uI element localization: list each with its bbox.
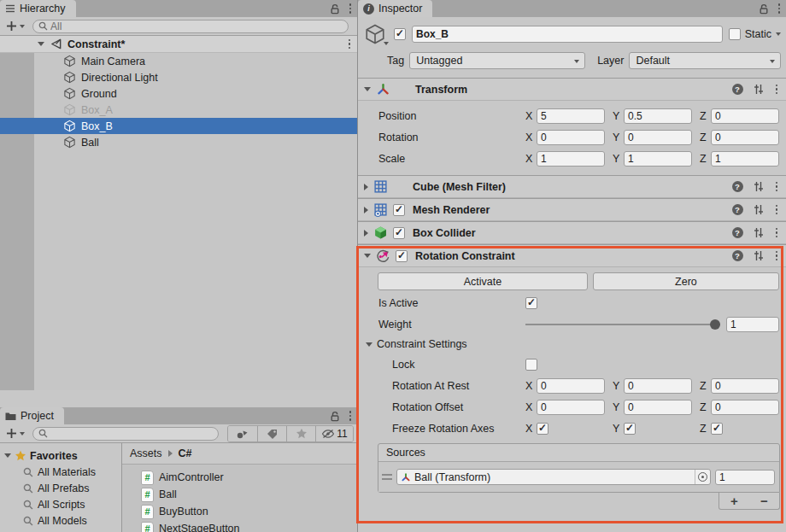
favorites-item-all-scripts[interactable]: All Scripts	[0, 496, 121, 512]
rotation-x-input[interactable]	[537, 130, 605, 145]
scene-header[interactable]: Constraint*	[0, 36, 357, 53]
scale-x-input[interactable]	[537, 151, 605, 167]
foldout-arrow-icon[interactable]	[38, 42, 44, 46]
lock-icon[interactable]	[330, 3, 340, 15]
favorites-item-all-prefabs[interactable]: All Prefabs	[0, 480, 121, 496]
hierarchy-item-ball[interactable]: Ball	[0, 134, 357, 150]
kebab-menu-icon[interactable]	[774, 226, 780, 240]
help-icon[interactable]	[732, 181, 743, 192]
mesh-renderer-enabled-checkbox[interactable]	[393, 204, 405, 216]
search-by-type-button[interactable]	[228, 426, 257, 441]
add-object-button[interactable]	[3, 20, 27, 32]
foldout-arrow-icon[interactable]	[364, 87, 371, 91]
hierarchy-search-input[interactable]	[50, 20, 343, 32]
file-item-nextstagebutton[interactable]: NextStageButton	[122, 520, 357, 532]
position-y-input[interactable]	[624, 108, 692, 124]
offset-y-input[interactable]	[624, 400, 692, 415]
lock-checkbox[interactable]	[525, 359, 537, 371]
constraint-settings-foldout[interactable]: Constraint Settings	[358, 335, 786, 354]
box-collider-header[interactable]: Box Collider	[358, 222, 786, 244]
foldout-arrow-icon[interactable]	[364, 184, 368, 190]
breadcrumb-root[interactable]: Assets	[130, 447, 162, 459]
foldout-arrow-icon[interactable]	[364, 230, 368, 237]
hierarchy-item-box-a[interactable]: Box_A	[0, 102, 357, 118]
source-weight-input[interactable]	[715, 470, 775, 485]
kebab-menu-icon[interactable]	[348, 2, 354, 15]
project-search[interactable]	[32, 427, 219, 441]
hierarchy-item-ground[interactable]: Ground	[0, 85, 357, 102]
tab-project[interactable]: Project	[0, 407, 64, 424]
project-search-input[interactable]	[50, 428, 213, 440]
position-z-input[interactable]	[711, 108, 779, 124]
rotation-constraint-enabled-checkbox[interactable]	[396, 250, 408, 262]
offset-z-input[interactable]	[711, 400, 779, 415]
scene-kebab-icon[interactable]	[347, 38, 353, 51]
hierarchy-item-box-b[interactable]: Box_B	[0, 118, 357, 134]
presets-icon[interactable]	[753, 227, 765, 238]
tab-inspector[interactable]: Inspector	[358, 0, 432, 17]
remove-source-button[interactable]: −	[755, 494, 773, 509]
weight-slider[interactable]	[525, 317, 720, 332]
help-icon[interactable]	[732, 204, 743, 215]
add-asset-button[interactable]	[3, 428, 27, 439]
slider-handle[interactable]	[710, 319, 720, 330]
foldout-arrow-icon[interactable]	[366, 342, 372, 347]
rotation-constraint-header[interactable]: Rotation Constraint	[358, 245, 786, 267]
gameobject-active-checkbox[interactable]	[394, 28, 406, 40]
kebab-menu-icon[interactable]	[774, 249, 780, 263]
foldout-arrow-icon[interactable]	[4, 453, 11, 458]
favorites-header[interactable]: Favorites	[0, 447, 121, 464]
is-active-checkbox[interactable]	[525, 297, 537, 309]
tag-dropdown[interactable]: Untagged	[409, 52, 585, 69]
file-item-ball[interactable]: Ball	[122, 486, 357, 503]
kebab-menu-icon[interactable]	[774, 180, 780, 194]
kebab-menu-icon[interactable]	[348, 409, 354, 423]
file-item-buybutton[interactable]: BuyButton	[122, 503, 357, 520]
rotation-z-input[interactable]	[711, 130, 779, 145]
gameobject-name-input[interactable]	[412, 26, 723, 43]
position-x-input[interactable]	[537, 108, 605, 124]
box-collider-enabled-checkbox[interactable]	[393, 227, 405, 239]
drag-handle-icon[interactable]	[382, 474, 392, 480]
favorites-item-all-materials[interactable]: All Materials	[0, 464, 121, 480]
hidden-count-button[interactable]: 11	[315, 426, 353, 441]
rest-y-input[interactable]	[624, 378, 692, 394]
rotation-y-input[interactable]	[624, 130, 692, 145]
hierarchy-search[interactable]	[32, 20, 349, 33]
object-picker-button[interactable]	[695, 470, 710, 484]
layer-dropdown[interactable]: Default	[629, 52, 781, 69]
breadcrumb-current[interactable]: C#	[179, 447, 192, 459]
help-icon[interactable]	[732, 227, 743, 238]
lock-icon[interactable]	[759, 3, 769, 15]
kebab-menu-icon[interactable]	[774, 203, 780, 217]
add-source-button[interactable]: +	[725, 494, 743, 509]
freeze-y-checkbox[interactable]	[624, 423, 636, 435]
help-icon[interactable]	[732, 84, 743, 95]
freeze-x-checkbox[interactable]	[537, 423, 548, 435]
favorites-filter-button[interactable]	[286, 426, 315, 441]
source-object-field[interactable]: Ball (Transform)	[396, 469, 711, 485]
mesh-renderer-header[interactable]: Mesh Renderer	[358, 199, 786, 221]
activate-button[interactable]: Activate	[378, 272, 588, 290]
scale-z-input[interactable]	[711, 151, 779, 167]
search-by-label-button[interactable]	[257, 426, 286, 441]
scale-y-input[interactable]	[624, 151, 692, 167]
hierarchy-item-main-camera[interactable]: Main Camera	[0, 53, 357, 69]
mesh-filter-header[interactable]: Cube (Mesh Filter)	[358, 176, 786, 198]
file-item-aimcontroller[interactable]: AimController	[122, 469, 357, 486]
foldout-arrow-icon[interactable]	[364, 254, 371, 258]
presets-icon[interactable]	[753, 204, 765, 215]
rest-x-input[interactable]	[537, 378, 605, 394]
kebab-menu-icon[interactable]	[774, 83, 780, 96]
source-row[interactable]: Ball (Transform)	[378, 462, 779, 492]
lock-icon[interactable]	[330, 411, 340, 422]
weight-input[interactable]	[726, 317, 779, 332]
kebab-menu-icon[interactable]	[777, 2, 783, 15]
help-icon[interactable]	[732, 250, 743, 261]
presets-icon[interactable]	[753, 181, 765, 192]
foldout-arrow-icon[interactable]	[364, 207, 368, 213]
transform-header[interactable]: Transform	[358, 79, 786, 101]
offset-x-input[interactable]	[537, 400, 605, 415]
presets-icon[interactable]	[753, 84, 765, 95]
zero-button[interactable]: Zero	[593, 272, 779, 290]
